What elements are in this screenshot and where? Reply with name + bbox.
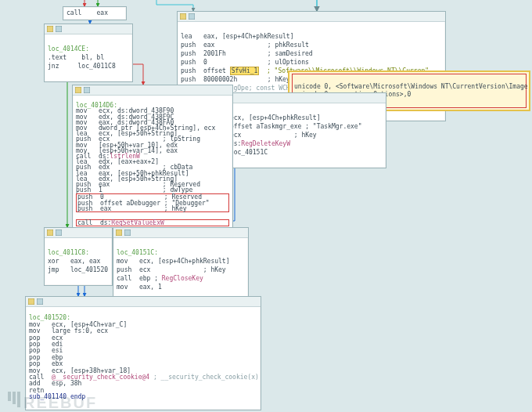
node-prelude[interactable]: call eax: [63, 6, 127, 20]
asm-line: mov eax, 1: [117, 284, 162, 291]
asm-line: jmp loc_401520: [48, 266, 108, 273]
svg-rect-11: [124, 229, 131, 236]
collapse-icon[interactable]: [47, 229, 53, 236]
svg-rect-3: [189, 13, 195, 20]
svg-rect-8: [47, 229, 53, 236]
node-loc-4014D6[interactable]: loc_4014D6: mov ecx, ds:dword_438F90 mov…: [72, 85, 233, 242]
asm-line: xor eax, eax: [48, 258, 100, 265]
asm-line: push 0 ; ulOptions: [181, 59, 309, 66]
node-icon: [56, 229, 62, 236]
svg-rect-1: [56, 26, 62, 32]
highlighted-symbol: SfvHi_1: [230, 67, 260, 75]
collapse-icon[interactable]: [47, 26, 53, 32]
node-icon: [84, 87, 90, 93]
svg-rect-12: [28, 298, 34, 305]
node-loc-4011C8[interactable]: loc_4011C8: xor eax, eax jmp loc_401520: [44, 227, 113, 286]
highlight-box: push 0 ; Reserved push offset aDebugger …: [76, 193, 229, 212]
collapse-icon[interactable]: [116, 229, 122, 236]
watermark: REEBUF: [8, 392, 97, 407]
asm-line: lea eax, [esp+4Ch+phkResult]: [181, 33, 294, 40]
node-titlebar: [26, 297, 261, 307]
node-icon: [124, 229, 131, 236]
asm-line: push 80000002h ; hKey: [181, 76, 290, 83]
asm-line: push ecx ; hKey: [117, 266, 226, 273]
node-titlebar: [178, 12, 445, 22]
svg-rect-13: [37, 298, 43, 305]
collapse-icon[interactable]: [75, 87, 81, 93]
watermark-text: REEBUF: [23, 399, 97, 407]
node-icon: [37, 298, 43, 305]
asm-line: push 1 ; dwType: [76, 186, 192, 193]
node-icon: [189, 13, 195, 20]
collapse-icon[interactable]: [180, 13, 186, 20]
svg-rect-7: [84, 87, 90, 93]
asm-line: jnz loc_4011C8: [48, 63, 116, 70]
node-titlebar: [45, 24, 132, 34]
node-titlebar: [45, 228, 112, 238]
callout-line: unicode 0, <Software\Microsoft\Windows N…: [294, 83, 532, 90]
asm-line: push 2001Fh ; samDesired: [181, 50, 313, 57]
asm-line: mov ecx, [esp+4Ch+phkResult]: [117, 258, 230, 265]
svg-rect-0: [47, 26, 53, 32]
node-titlebar: [113, 228, 248, 238]
asm-line: .text bl, bl: [48, 54, 104, 61]
svg-rect-9: [56, 229, 62, 236]
svg-rect-10: [116, 229, 122, 236]
loc-label: loc_40151C:: [117, 249, 158, 256]
node-titlebar: [73, 85, 232, 96]
asm-line: push eax ; phkResult: [181, 42, 309, 49]
loc-label: loc_4014CE:: [48, 45, 89, 52]
collapse-icon[interactable]: [28, 298, 34, 305]
asm-line: call eax: [66, 9, 108, 16]
node-loc-4014CE[interactable]: loc_4014CE: .text bl, bl jnz loc_4011C8: [44, 23, 133, 82]
svg-rect-2: [180, 13, 186, 20]
node-icon: [56, 26, 62, 32]
highlight-box: call ds:RegSetValueExW: [76, 219, 229, 226]
node-loc-40151C[interactable]: loc_40151C: mov ecx, [esp+4Ch+phkResult]…: [113, 227, 249, 303]
svg-rect-6: [75, 87, 81, 93]
loc-label: loc_4011C8:: [48, 249, 89, 256]
watermark-bars-icon: [8, 392, 20, 407]
asm-line: call ebp ; RegCloseKey: [117, 275, 203, 282]
